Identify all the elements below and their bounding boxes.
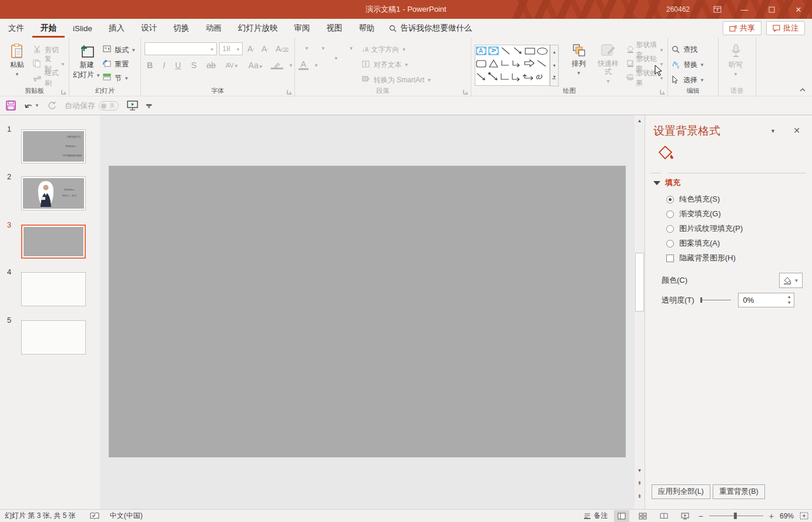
find-button[interactable]: 查找 bbox=[672, 44, 704, 56]
font-size-combo[interactable]: 18▼ bbox=[219, 42, 243, 55]
tab-review[interactable]: 审阅 bbox=[286, 19, 318, 38]
tab-islide[interactable]: iSlide bbox=[65, 19, 100, 38]
select-button[interactable]: 选择 ▼ bbox=[672, 74, 704, 86]
reading-view-button[interactable] bbox=[656, 510, 672, 522]
paragraph-dialog-launcher[interactable] bbox=[463, 89, 468, 95]
scroll-up-icon[interactable]: ▲ bbox=[635, 116, 644, 125]
slideshow-view-button[interactable] bbox=[677, 510, 693, 522]
zoom-percentage[interactable]: 69% bbox=[780, 512, 794, 520]
smartart-button[interactable]: 转换为 SmartArt▼ bbox=[362, 74, 432, 86]
apply-to-all-button[interactable]: 应用到全部(L) bbox=[652, 484, 710, 499]
reset-button[interactable]: 重置 bbox=[103, 58, 136, 70]
spell-check-icon[interactable] bbox=[90, 512, 99, 520]
change-case-button[interactable]: Aa▼ bbox=[246, 61, 266, 70]
tab-insert[interactable]: 插入 bbox=[100, 19, 133, 38]
align-text-button[interactable]: 对齐文本▼ bbox=[362, 59, 432, 71]
tab-transitions[interactable]: 切换 bbox=[165, 19, 197, 38]
color-picker-button[interactable]: ▼ bbox=[779, 273, 803, 288]
tab-view[interactable]: 视图 bbox=[318, 19, 351, 38]
slide-thumbnail-2[interactable]: 彩程office 创始人：秦川 bbox=[21, 176, 86, 210]
tab-animations[interactable]: 动画 bbox=[197, 19, 230, 38]
strikethrough-button[interactable]: ab bbox=[204, 61, 218, 70]
ribbon-display-options-icon[interactable] bbox=[704, 0, 731, 19]
section-button[interactable]: 节 ▼ bbox=[103, 72, 136, 84]
scrollbar-thumb[interactable] bbox=[635, 253, 644, 312]
paste-button[interactable]: 粘贴 ▼ bbox=[4, 41, 31, 86]
tab-home[interactable]: 开始 bbox=[32, 19, 65, 38]
scroll-down-icon[interactable]: ▼ bbox=[635, 466, 644, 475]
maximize-button[interactable] bbox=[758, 0, 785, 19]
shape-effects-button[interactable]: 形状效果▼ bbox=[626, 72, 664, 84]
gradient-fill-option[interactable]: 渐变填充(G) bbox=[666, 209, 721, 219]
save-icon[interactable] bbox=[6, 101, 16, 111]
hide-background-option[interactable]: 隐藏背景图形(H) bbox=[666, 253, 736, 263]
radio-selected-icon[interactable] bbox=[666, 196, 674, 203]
clear-formatting-button[interactable]: A⌫ bbox=[273, 44, 291, 53]
dictate-button[interactable]: 听写 ▼ bbox=[722, 41, 749, 86]
picture-fill-option[interactable]: 图片或纹理填充(P) bbox=[666, 223, 743, 234]
tab-slideshow[interactable]: 幻灯片放映 bbox=[230, 19, 286, 38]
underline-button[interactable]: U bbox=[173, 61, 183, 70]
slide-thumbnail-3-selected[interactable] bbox=[21, 225, 86, 259]
zoom-slider-handle[interactable] bbox=[734, 513, 737, 519]
slide-thumbnail-1[interactable]: 大家在线学习 彩程office PPT高效制作课程 bbox=[21, 129, 86, 163]
tab-design[interactable]: 设计 bbox=[133, 19, 165, 38]
new-slide-button[interactable]: 新建 幻灯片 ▼ bbox=[73, 41, 100, 86]
zoom-in-button[interactable]: + bbox=[769, 511, 774, 521]
shapes-scroll-down-icon[interactable]: ▼ bbox=[551, 59, 558, 72]
close-button[interactable]: ✕ bbox=[785, 0, 812, 19]
quick-styles-button[interactable]: 快速样式 ▼ bbox=[595, 41, 622, 86]
radio-icon[interactable] bbox=[666, 240, 674, 247]
text-direction-button[interactable]: ↓A 文字方向▼ bbox=[362, 44, 432, 56]
spin-down-icon[interactable]: ▼ bbox=[787, 300, 791, 304]
canvas-scrollbar[interactable]: ▲ ▼ ⇞ ⇟ bbox=[635, 115, 645, 509]
collapse-ribbon-icon[interactable] bbox=[799, 88, 806, 92]
shapes-more-icon[interactable]: ▼▔ bbox=[551, 72, 558, 86]
shrink-font-button[interactable]: Aˇ bbox=[259, 44, 271, 53]
shapes-gallery[interactable]: A A bbox=[475, 45, 550, 86]
highlight-color-button[interactable] bbox=[271, 62, 283, 69]
grow-font-button[interactable]: Aˆ bbox=[245, 44, 257, 53]
italic-button[interactable]: I bbox=[160, 61, 167, 70]
radio-icon[interactable] bbox=[666, 210, 674, 218]
font-dialog-launcher[interactable] bbox=[287, 89, 292, 95]
shapes-gallery-scrollbar[interactable]: ▲ ▼ ▼▔ bbox=[550, 45, 559, 86]
reset-background-button[interactable]: 重置背景(B) bbox=[713, 484, 765, 499]
transparency-input[interactable]: 0% ▲▼ bbox=[738, 293, 794, 307]
undo-button[interactable]: ▼ bbox=[24, 102, 39, 110]
start-slideshow-icon[interactable] bbox=[127, 101, 138, 111]
previous-slide-icon[interactable]: ⇞ bbox=[635, 478, 644, 487]
checkbox-icon[interactable] bbox=[666, 255, 674, 262]
format-painter-button[interactable]: 格式刷 bbox=[33, 72, 65, 84]
solid-fill-option[interactable]: 纯色填充(S) bbox=[666, 194, 720, 205]
zoom-out-button[interactable]: − bbox=[699, 511, 703, 521]
fill-section-header[interactable]: 填充 bbox=[653, 178, 680, 188]
character-spacing-button[interactable]: AV▼ bbox=[223, 62, 241, 69]
slide-thumbnail-4[interactable] bbox=[21, 272, 86, 306]
notes-button[interactable]: 备注 bbox=[583, 511, 608, 521]
shapes-scroll-up-icon[interactable]: ▲ bbox=[551, 45, 558, 59]
tell-me-search[interactable]: 告诉我你想要做什么 bbox=[389, 23, 472, 34]
customize-qat-button[interactable]: ▬▼ bbox=[146, 103, 152, 109]
fill-bucket-icon[interactable] bbox=[657, 145, 675, 162]
panel-options-dropdown-icon[interactable]: ▼ bbox=[770, 128, 776, 134]
comments-button[interactable]: 批注 bbox=[766, 21, 805, 35]
zoom-slider[interactable] bbox=[709, 516, 763, 516]
layout-button[interactable]: 版式 ▼ bbox=[103, 44, 136, 56]
clipboard-dialog-launcher[interactable] bbox=[61, 89, 66, 95]
panel-close-icon[interactable]: ✕ bbox=[793, 126, 800, 135]
current-slide[interactable] bbox=[109, 166, 626, 457]
pattern-fill-option[interactable]: 图案填充(A) bbox=[666, 238, 720, 249]
normal-view-button[interactable] bbox=[614, 510, 629, 522]
redo-icon[interactable] bbox=[48, 101, 56, 110]
slide-sorter-view-button[interactable] bbox=[635, 510, 650, 522]
tab-file[interactable]: 文件 bbox=[0, 19, 32, 38]
transparency-slider[interactable] bbox=[702, 300, 731, 300]
share-button[interactable]: 共享 bbox=[723, 21, 761, 35]
bold-button[interactable]: B bbox=[145, 61, 155, 70]
arrange-button[interactable]: 排列 ▼ bbox=[565, 41, 592, 86]
font-name-combo[interactable]: ▼ bbox=[145, 42, 217, 55]
slide-editing-area[interactable] bbox=[100, 115, 635, 509]
text-shadow-button[interactable]: S bbox=[189, 61, 199, 70]
autosave-toggle[interactable]: 自动保存 关 bbox=[65, 101, 119, 111]
